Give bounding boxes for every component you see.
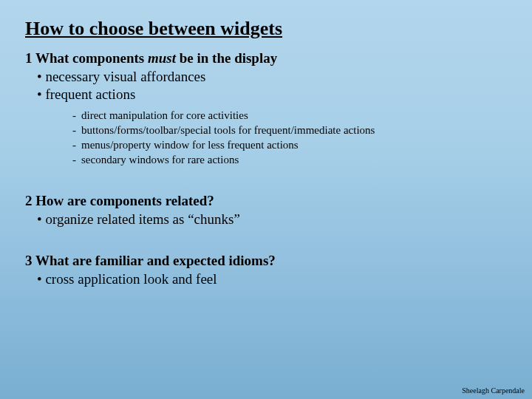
sub-item: -buttons/forms/toolbar/special tools for… <box>72 123 507 137</box>
slide-title: How to choose between widgets <box>25 18 507 40</box>
sub-item: -direct manipulation for core activities <box>72 108 507 123</box>
heading-text: 3 What are familiar and expected idioms? <box>25 253 276 268</box>
heading-text: 1 What components <box>25 50 148 66</box>
sub-item-text: direct manipulation for core activities <box>81 109 248 121</box>
heading-text: 2 How are components related? <box>25 193 214 208</box>
sub-item: -menus/property window for less frequent… <box>72 137 507 152</box>
section-3: 3 What are familiar and expected idioms?… <box>25 253 507 288</box>
section-2-heading: 2 How are components related? <box>25 193 507 209</box>
bullet-item: • frequent actions <box>37 86 507 103</box>
sub-item: -secondary windows for rare actions <box>72 152 507 167</box>
bullet-item: • necessary visual affordances <box>37 68 507 86</box>
section-1-heading: 1 What components must be in the display <box>25 50 507 66</box>
slide: How to choose between widgets 1 What com… <box>0 0 532 288</box>
sub-list: -direct manipulation for core activities… <box>72 108 507 168</box>
section-2: 2 How are components related? • organize… <box>25 193 507 228</box>
section-3-heading: 3 What are familiar and expected idioms? <box>25 253 507 269</box>
section-1: 1 What components must be in the display… <box>25 50 507 168</box>
bullet-item: • cross application look and feel <box>37 270 507 288</box>
footer-author: Sheelagh Carpendale <box>462 386 525 395</box>
sub-item-text: menus/property window for less frequent … <box>81 139 299 151</box>
sub-item-text: secondary windows for rare actions <box>81 154 239 166</box>
bullet-item: • organize related items as “chunks” <box>37 211 507 228</box>
heading-text-post: be in the display <box>176 50 277 66</box>
heading-em: must <box>148 50 176 66</box>
sub-item-text: buttons/forms/toolbar/special tools for … <box>81 124 375 136</box>
